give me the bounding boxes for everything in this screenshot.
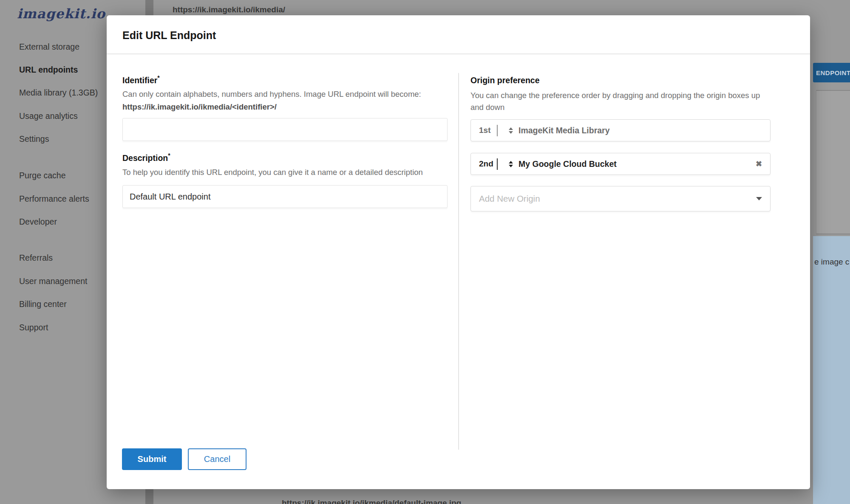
partial-bottom-url-text: https://ik.imagekit.io/ikmedia/default-i… [282,498,461,504]
origin-preference-help-text: You can change the preference order by d… [470,90,769,113]
origin-preference-label: Origin preference [470,76,540,85]
identifier-input[interactable] [122,118,448,141]
sidebar-item-url-endpoints[interactable]: URL endpoints [19,65,78,75]
sidebar-item-support[interactable]: Support [19,323,48,332]
origin-name: ImageKit Media Library [518,126,610,135]
origin-item-imagekit-media-library[interactable]: 1st ImageKit Media Library [470,119,771,141]
sidebar-item-media-library[interactable]: Media library (1.3GB) [19,88,98,98]
modal-title: Edit URL Endpoint [122,29,216,42]
identifier-label-text: Identifier [122,76,157,85]
cancel-button[interactable]: Cancel [188,448,246,470]
description-label: Description* [122,152,170,163]
sidebar-item-purge-cache[interactable]: Purge cache [19,171,66,180]
origin-name: My Google Cloud Bucket [518,159,617,169]
modal-header: Edit URL Endpoint [107,15,810,54]
chevron-down-icon [756,197,762,200]
description-input[interactable] [122,185,448,208]
origin-rank: 1st [479,126,497,135]
column-divider [458,73,459,450]
rank-divider [497,158,498,170]
edit-url-endpoint-modal: Edit URL Endpoint Identifier* Can only c… [107,15,810,489]
description-label-text: Description [122,153,168,163]
partial-text-fragment: e image c [814,257,849,267]
rank-divider [497,125,498,136]
origin-item-my-google-cloud-bucket[interactable]: 2nd My Google Cloud Bucket ✖ [470,153,771,175]
submit-button[interactable]: Submit [122,448,182,470]
add-new-origin-select[interactable]: Add New Origin [470,186,771,211]
screen: https://ik.imagekit.io/ikmedia/ imagekit… [0,0,850,504]
sidebar-item-billing-center[interactable]: Billing center [19,299,67,309]
sidebar-item-settings[interactable]: Settings [19,134,49,144]
background-card [816,90,850,234]
sidebar-item-external-storage[interactable]: External storage [19,42,79,52]
sidebar-item-usage-analytics[interactable]: Usage analytics [19,111,78,121]
url-endpoints-button[interactable]: ENDPOINTS [813,63,850,82]
origin-rank: 2nd [479,159,497,169]
required-asterisk: * [168,152,170,159]
identifier-help-text: Can only contain alphabets, numbers and … [122,88,458,100]
sidebar-item-user-management[interactable]: User management [19,276,87,286]
description-help-text: To help you identify this URL endpoint, … [122,166,462,178]
imagekit-logo[interactable]: imagekit.io [17,6,105,21]
identifier-label: Identifier* [122,74,160,85]
background-blue-panel: e image c [813,236,850,504]
drag-handle-icon[interactable] [509,127,513,134]
identifier-url-preview: https://ik.imagekit.io/ikmedia/<identifi… [122,102,277,112]
sidebar-item-referrals[interactable]: Referrals [19,253,53,263]
add-origin-placeholder: Add New Origin [479,194,540,204]
sidebar-item-developer[interactable]: Developer [19,217,57,227]
required-asterisk: * [157,74,159,81]
drag-handle-icon[interactable] [509,161,513,167]
remove-origin-icon[interactable]: ✖ [756,159,762,169]
sidebar-item-performance-alerts[interactable]: Performance alerts [19,194,89,204]
page-url-text: https://ik.imagekit.io/ikmedia/ [173,5,285,14]
